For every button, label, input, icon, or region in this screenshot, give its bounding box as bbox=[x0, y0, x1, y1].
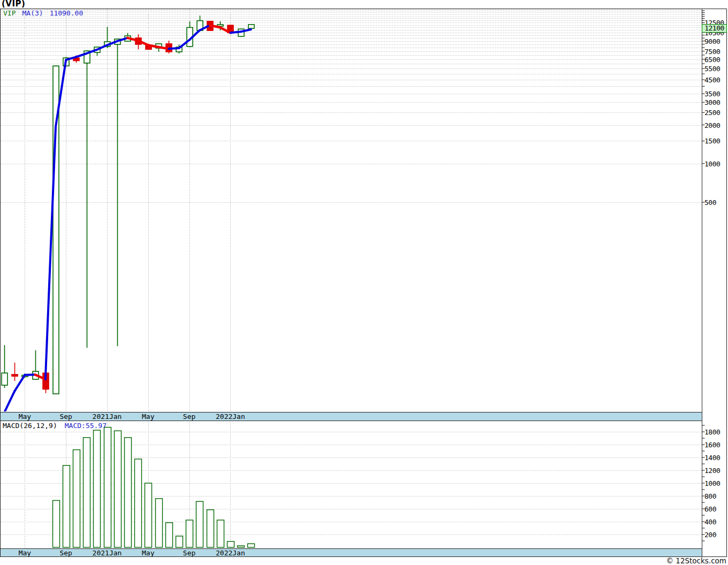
macd-bar bbox=[63, 465, 70, 547]
ma3-line-segment bbox=[158, 47, 169, 49]
x-axis-label: 2022Jan bbox=[209, 413, 252, 421]
price-axis-label: 3000 bbox=[704, 98, 720, 106]
macd-axis-label: 400 bbox=[704, 518, 716, 526]
ma3-line-segment bbox=[14, 375, 25, 391]
macd-plot bbox=[1, 421, 702, 548]
macd-bar bbox=[186, 520, 193, 547]
candle bbox=[166, 41, 172, 54]
site-credit: © 12Stocks.com bbox=[666, 556, 727, 565]
macd-bar bbox=[207, 510, 214, 547]
price-axis-label: 1000 bbox=[704, 160, 720, 168]
candle bbox=[12, 363, 18, 381]
macd-bar bbox=[156, 499, 163, 547]
macd-axis-label: 1200 bbox=[704, 467, 720, 475]
macd-axis-label: 1800 bbox=[704, 428, 720, 436]
macd-axis-label: 1600 bbox=[704, 441, 720, 449]
x-axis-label: May bbox=[3, 549, 46, 558]
price-axis-label: 2000 bbox=[704, 121, 720, 129]
macd-axis-label: 1000 bbox=[704, 479, 720, 487]
macd-bar bbox=[248, 544, 255, 547]
macd-bar bbox=[217, 520, 224, 547]
macd-bar bbox=[104, 427, 111, 547]
macd-axis-label: 600 bbox=[704, 505, 716, 513]
macd-bar bbox=[238, 546, 245, 547]
candle bbox=[115, 39, 120, 346]
x-axis-label: May bbox=[127, 413, 170, 421]
macd-bar bbox=[145, 483, 152, 547]
chart-widget: (VIP) VIPMA(3)11090.00 MACD(26,12,9)MACD… bbox=[0, 0, 728, 565]
macd-bar bbox=[196, 501, 203, 547]
ma3-line-segment bbox=[4, 391, 14, 413]
price-axis-label: 5500 bbox=[704, 65, 720, 73]
price-axis-label: 2500 bbox=[704, 109, 720, 117]
price-axis-label: 9000 bbox=[704, 37, 720, 45]
x-axis-label: Sep bbox=[44, 413, 87, 421]
price-plot bbox=[1, 9, 702, 413]
macd-axis-label: 200 bbox=[704, 531, 716, 539]
macd-bar bbox=[84, 438, 90, 547]
price-axis-label: 6500 bbox=[704, 56, 720, 64]
candle bbox=[248, 24, 254, 28]
macd-bar bbox=[53, 500, 60, 547]
macd-bar bbox=[125, 438, 132, 547]
macd-bar bbox=[166, 523, 173, 547]
price-axis-label: 7500 bbox=[704, 48, 720, 56]
macd-bar bbox=[228, 541, 234, 547]
candle bbox=[2, 345, 7, 388]
candle bbox=[84, 50, 90, 348]
macd-bar bbox=[94, 430, 101, 547]
ma3-line-segment bbox=[230, 32, 240, 33]
price-axis-label: 4500 bbox=[704, 76, 720, 84]
macd-bar bbox=[176, 536, 183, 547]
ma-label: MA(3) bbox=[22, 9, 43, 17]
price-axis-label: 1500 bbox=[704, 137, 720, 145]
ma-value: 11090.00 bbox=[50, 9, 84, 17]
macd-axis-label: 1400 bbox=[704, 454, 720, 462]
macd-value: MACD:55.97 bbox=[65, 422, 107, 430]
price-axis-label: 3500 bbox=[704, 90, 720, 98]
x-axis-label: Sep bbox=[168, 549, 211, 558]
macd-label: MACD(26,12,9) bbox=[3, 422, 57, 430]
price-axis-label: 500 bbox=[704, 198, 716, 207]
symbol-label: VIP bbox=[3, 9, 16, 17]
x-axis-label: May bbox=[3, 413, 46, 421]
macd-bar bbox=[115, 431, 122, 547]
macd-bar bbox=[73, 450, 80, 547]
price-legend: VIPMA(3)11090.00 bbox=[3, 9, 89, 17]
x-axis-label: May bbox=[127, 549, 170, 558]
x-axis-label: Sep bbox=[168, 413, 211, 421]
last-price-tag: 12100 bbox=[702, 24, 727, 33]
x-axis-label: 2021Jan bbox=[86, 413, 128, 421]
chart-canvas bbox=[0, 0, 728, 565]
x-axis-label: 2022Jan bbox=[209, 549, 252, 558]
ma3-line-segment bbox=[169, 48, 179, 49]
macd-bar bbox=[135, 459, 142, 547]
macd-legend: MACD(26,12,9)MACD:55.97 bbox=[3, 422, 114, 430]
x-axis-label: 2021Jan bbox=[86, 549, 128, 558]
macd-axis-label: 800 bbox=[704, 492, 716, 500]
x-axis-label: Sep bbox=[44, 549, 87, 558]
